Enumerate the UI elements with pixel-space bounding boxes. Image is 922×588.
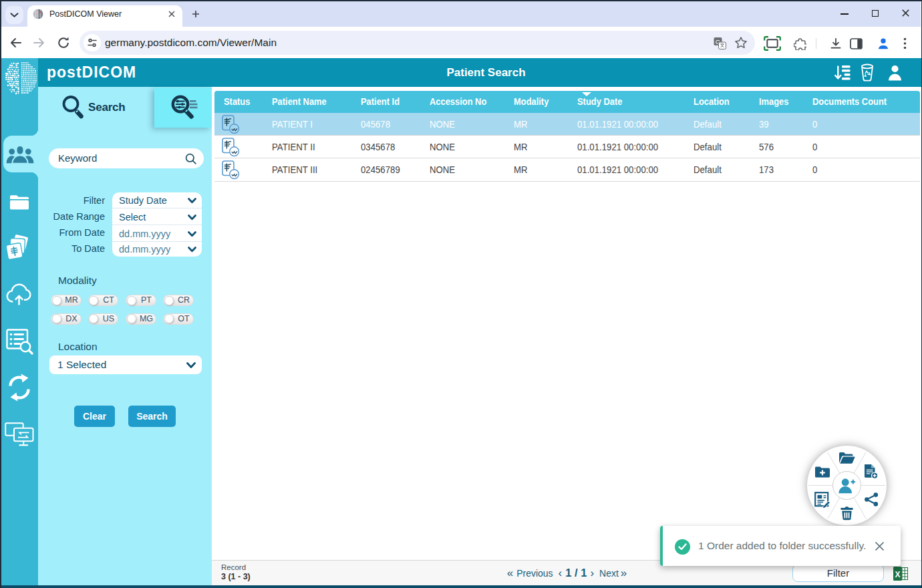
svg-text:X: X — [895, 570, 900, 579]
